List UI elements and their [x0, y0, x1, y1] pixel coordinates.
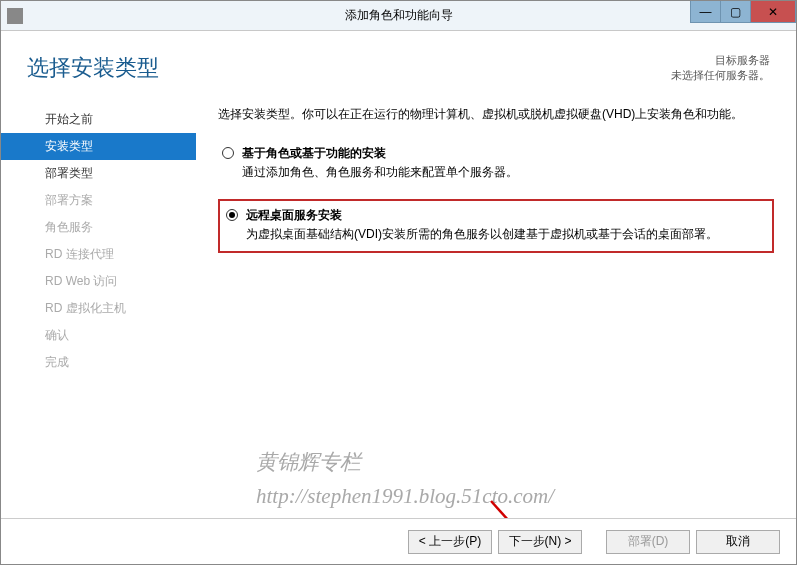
sidebar-item-1[interactable]: 安装类型 [1, 133, 196, 160]
server-info: 目标服务器 未选择任何服务器。 [671, 53, 770, 84]
sidebar-item-3: 部署方案 [1, 187, 196, 214]
content-area: 选择安装类型 目标服务器 未选择任何服务器。 开始之前安装类型部署类型部署方案角… [1, 31, 796, 564]
radio-button-0[interactable] [222, 147, 234, 159]
sidebar-item-4: 角色服务 [1, 214, 196, 241]
radio-desc-0: 通过添加角色、角色服务和功能来配置单个服务器。 [242, 164, 770, 181]
prev-button[interactable]: < 上一步(P) [408, 530, 492, 554]
main-panel: 选择安装类型。你可以在正在运行的物理计算机、虚拟机或脱机虚拟硬盘(VHD)上安装… [196, 98, 796, 376]
radio-title-0: 基于角色或基于功能的安装 [242, 145, 770, 162]
watermark-line2: http://stephen1991.blog.51cto.com/ [256, 480, 554, 514]
radio-button-1[interactable] [226, 209, 238, 221]
sidebar-item-2[interactable]: 部署类型 [1, 160, 196, 187]
watermark: 黄锦辉专栏 http://stephen1991.blog.51cto.com/ [256, 446, 554, 513]
radio-group: 基于角色或基于功能的安装通过添加角色、角色服务和功能来配置单个服务器。远程桌面服… [218, 141, 774, 253]
server-label: 目标服务器 [671, 53, 770, 68]
sidebar-item-0[interactable]: 开始之前 [1, 106, 196, 133]
sidebar-item-8: 确认 [1, 322, 196, 349]
radio-title-1: 远程桌面服务安装 [246, 207, 766, 224]
radio-option-0[interactable]: 基于角色或基于功能的安装通过添加角色、角色服务和功能来配置单个服务器。 [218, 141, 774, 185]
sidebar-item-6: RD Web 访问 [1, 268, 196, 295]
server-status: 未选择任何服务器。 [671, 68, 770, 83]
deploy-button[interactable]: 部署(D) [606, 530, 690, 554]
window-controls: — ▢ ✕ [690, 1, 796, 23]
sidebar-item-7: RD 虚拟化主机 [1, 295, 196, 322]
titlebar: 添加角色和功能向导 — ▢ ✕ [1, 1, 796, 31]
app-icon [7, 8, 23, 24]
radio-option-1[interactable]: 远程桌面服务安装为虚拟桌面基础结构(VDI)安装所需的角色服务以创建基于虚拟机或… [218, 199, 774, 253]
sidebar-item-5: RD 连接代理 [1, 241, 196, 268]
sidebar: 开始之前安装类型部署类型部署方案角色服务RD 连接代理RD Web 访问RD 虚… [1, 98, 196, 376]
minimize-button[interactable]: — [690, 1, 720, 23]
instruction-text: 选择安装类型。你可以在正在运行的物理计算机、虚拟机或脱机虚拟硬盘(VHD)上安装… [218, 106, 774, 123]
button-bar: < 上一步(P) 下一步(N) > 部署(D) 取消 [1, 518, 796, 564]
watermark-line1: 黄锦辉专栏 [256, 446, 554, 480]
radio-desc-1: 为虚拟桌面基础结构(VDI)安装所需的角色服务以创建基于虚拟机或基于会话的桌面部… [246, 226, 766, 243]
window-title: 添加角色和功能向导 [345, 7, 453, 24]
maximize-button[interactable]: ▢ [720, 1, 750, 23]
radio-text-1: 远程桌面服务安装为虚拟桌面基础结构(VDI)安装所需的角色服务以创建基于虚拟机或… [246, 207, 766, 243]
sidebar-item-9: 完成 [1, 349, 196, 376]
radio-text-0: 基于角色或基于功能的安装通过添加角色、角色服务和功能来配置单个服务器。 [242, 145, 770, 181]
close-button[interactable]: ✕ [750, 1, 796, 23]
next-button[interactable]: 下一步(N) > [498, 530, 582, 554]
page-title: 选择安装类型 [27, 53, 159, 83]
header-row: 选择安装类型 目标服务器 未选择任何服务器。 [1, 31, 796, 98]
cancel-button[interactable]: 取消 [696, 530, 780, 554]
main-flex: 开始之前安装类型部署类型部署方案角色服务RD 连接代理RD Web 访问RD 虚… [1, 98, 796, 376]
